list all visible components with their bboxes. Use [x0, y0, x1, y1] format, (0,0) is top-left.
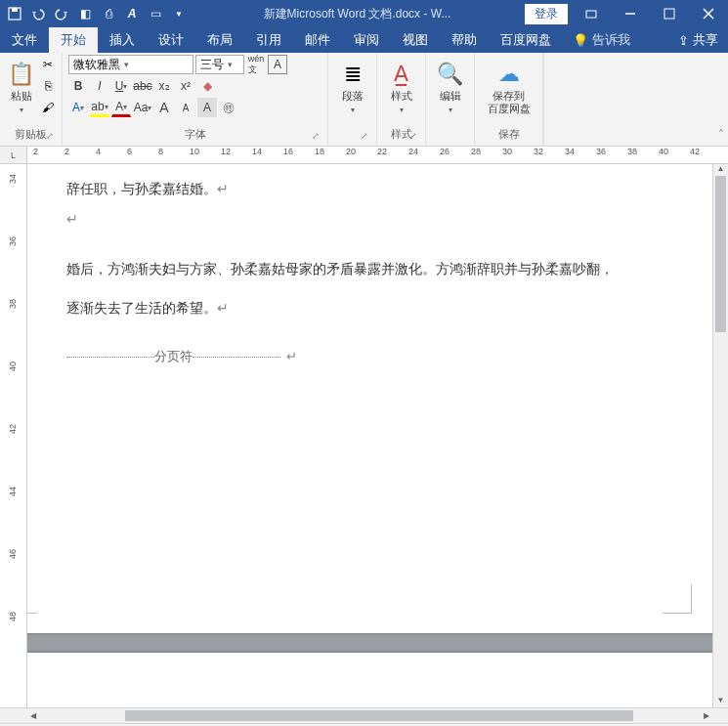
paragraph-button[interactable]: ≣ 段落▾: [334, 55, 370, 120]
format-painter-icon[interactable]: 🖌: [38, 98, 58, 117]
tab-view[interactable]: 视图: [391, 27, 440, 53]
shrink-font-button[interactable]: A: [176, 98, 195, 117]
styles-button[interactable]: A̲ 样式▾: [383, 55, 419, 120]
tab-home[interactable]: 开始: [49, 27, 98, 53]
tab-file[interactable]: 文件: [0, 27, 49, 53]
save-baidu-label: 保存到 百度网盘: [488, 90, 531, 115]
font-group-label: 字体: [185, 128, 206, 140]
font-size-combo[interactable]: 三号▾: [195, 55, 244, 74]
styles-icon: A̲: [394, 59, 408, 90]
highlight-button[interactable]: ab▾: [90, 98, 109, 117]
maximize-icon[interactable]: [650, 0, 689, 27]
horizontal-ruler[interactable]: 224681012141618202224262830323436384042: [27, 147, 728, 164]
close-icon[interactable]: [689, 0, 728, 27]
scroll-left-icon[interactable]: ◀: [27, 708, 39, 723]
tab-design[interactable]: 设计: [147, 27, 195, 53]
collapse-ribbon-icon[interactable]: ˄: [718, 128, 724, 142]
minimize-icon[interactable]: [611, 0, 650, 27]
tab-references[interactable]: 引用: [244, 27, 293, 53]
font-name-combo[interactable]: 微软雅黑▾: [68, 55, 193, 74]
cloud-icon: ☁: [498, 59, 520, 90]
tab-baidu[interactable]: 百度网盘: [489, 27, 563, 53]
tab-help[interactable]: 帮助: [440, 27, 489, 53]
paragraph-mark-icon: ↵: [217, 181, 229, 196]
horizontal-scrollbar[interactable]: ◀ ▶: [27, 707, 712, 723]
paragraph-launcher-icon[interactable]: ⤢: [359, 130, 370, 142]
vertical-ruler[interactable]: 3436384042444648: [0, 164, 27, 707]
clipboard-launcher-icon[interactable]: ⤢: [44, 130, 56, 142]
scroll-up-icon[interactable]: ▲: [713, 164, 728, 176]
enclose-char-icon[interactable]: ㊕: [219, 98, 238, 117]
paragraph-mark-icon: ↵: [66, 211, 78, 227]
italic-button[interactable]: I: [90, 76, 109, 96]
paragraph-btn-label: 段落: [342, 90, 364, 102]
underline-button[interactable]: U ▾: [111, 76, 131, 96]
line1-text: 婚后，方鸿渐夫妇与方家、孙柔嘉姑母家的矛盾暴露并激化。方鸿渐辞职并与孙柔嘉吵翻，: [66, 261, 614, 277]
redo-icon[interactable]: [51, 3, 72, 24]
empty-line[interactable]: ↵: [66, 204, 633, 235]
tell-me-input[interactable]: 💡 告诉我: [563, 27, 640, 53]
scroll-down-icon[interactable]: ▼: [713, 696, 728, 707]
qat-icon-4[interactable]: ▭: [145, 3, 166, 24]
text-line[interactable]: 婚后，方鸿渐夫妇与方家、孙柔嘉姑母家的矛盾暴露并激化。方鸿渐辞职并与孙柔嘉吵翻，: [66, 254, 633, 284]
qat-icon-3[interactable]: A: [121, 3, 143, 24]
bold-button[interactable]: B: [68, 76, 88, 96]
save-baidu-button[interactable]: ☁ 保存到 百度网盘: [481, 55, 536, 119]
save-group-label: 保存: [498, 128, 520, 140]
qat-icon-1[interactable]: ◧: [74, 3, 96, 24]
paste-icon: 📋: [8, 59, 34, 90]
char-shading-icon[interactable]: A: [197, 98, 217, 117]
page-break-indicator: 分页符 ↵: [66, 343, 633, 371]
vertical-scrollbar[interactable]: ▲ ▼: [712, 164, 728, 707]
paragraph-mark-icon: ↵: [217, 300, 229, 316]
phonetic-guide-icon[interactable]: wén文: [246, 55, 266, 74]
save-icon[interactable]: [4, 3, 25, 24]
page-1: 辞任职，与孙柔嘉结婚。↵ ↵ 婚后，方鸿渐夫妇与方家、孙柔嘉姑母家的矛盾暴露并激…: [27, 164, 712, 633]
clear-format-icon[interactable]: ◆: [197, 76, 217, 96]
qat-icon-2[interactable]: ⎙: [98, 3, 119, 24]
text-line[interactable]: 逐渐失去了生活的希望。↵: [66, 293, 633, 323]
tab-layout[interactable]: 布局: [195, 27, 244, 53]
text-effects-button[interactable]: A▾: [68, 98, 88, 117]
qat-customize-icon[interactable]: ▼: [168, 3, 190, 24]
font-color-button[interactable]: A▾: [111, 98, 131, 117]
share-button[interactable]: ⇪ 共享: [668, 27, 728, 53]
grow-font-button[interactable]: A: [154, 98, 174, 117]
styles-btn-label: 样式: [391, 90, 412, 102]
text-line[interactable]: 辞任职，与孙柔嘉结婚。↵: [66, 174, 633, 204]
styles-launcher-icon[interactable]: ⤢: [407, 130, 419, 142]
document-area[interactable]: 辞任职，与孙柔嘉结婚。↵ ↵ 婚后，方鸿渐夫妇与方家、孙柔嘉姑母家的矛盾暴露并激…: [27, 164, 712, 707]
document-title: 新建Microsoft Word 文档.docx - W...: [190, 6, 525, 22]
crop-mark: [27, 584, 37, 614]
copy-icon[interactable]: ⎘: [38, 76, 58, 96]
ribbon-display-icon[interactable]: [572, 0, 611, 27]
svg-rect-1: [12, 8, 18, 12]
font-name-value: 微软雅黑: [73, 57, 120, 73]
subscript-button[interactable]: x₂: [154, 76, 174, 96]
superscript-button[interactable]: x²: [176, 76, 195, 96]
font-size-value: 三号: [200, 57, 224, 73]
svg-rect-4: [664, 9, 674, 19]
page-2: [27, 653, 712, 707]
strikethrough-button[interactable]: abc: [133, 76, 152, 96]
undo-icon[interactable]: [27, 3, 49, 24]
char-border-icon[interactable]: A: [268, 55, 287, 74]
vscroll-thumb[interactable]: [715, 176, 726, 332]
tab-review[interactable]: 审阅: [342, 27, 391, 53]
find-icon: 🔍: [437, 59, 463, 90]
scroll-right-icon[interactable]: ▶: [701, 708, 712, 723]
font-launcher-icon[interactable]: ⤢: [310, 130, 321, 142]
svg-rect-2: [586, 11, 596, 18]
login-button[interactable]: 登录: [525, 4, 568, 24]
paste-button[interactable]: 📋 粘贴▾: [6, 55, 36, 120]
tab-insert[interactable]: 插入: [98, 27, 147, 53]
editing-btn-label: 编辑: [440, 90, 461, 102]
editing-button[interactable]: 🔍 编辑▾: [432, 55, 468, 120]
hscroll-thumb[interactable]: [125, 710, 633, 721]
tab-mailings[interactable]: 邮件: [293, 27, 342, 53]
ruler-corner: L: [0, 147, 27, 164]
change-case-button[interactable]: Aa▾: [133, 98, 152, 117]
line2-text: 逐渐失去了生活的希望。: [66, 300, 217, 316]
cut-icon[interactable]: ✂: [38, 55, 58, 74]
paragraph-icon: ≣: [344, 59, 362, 90]
